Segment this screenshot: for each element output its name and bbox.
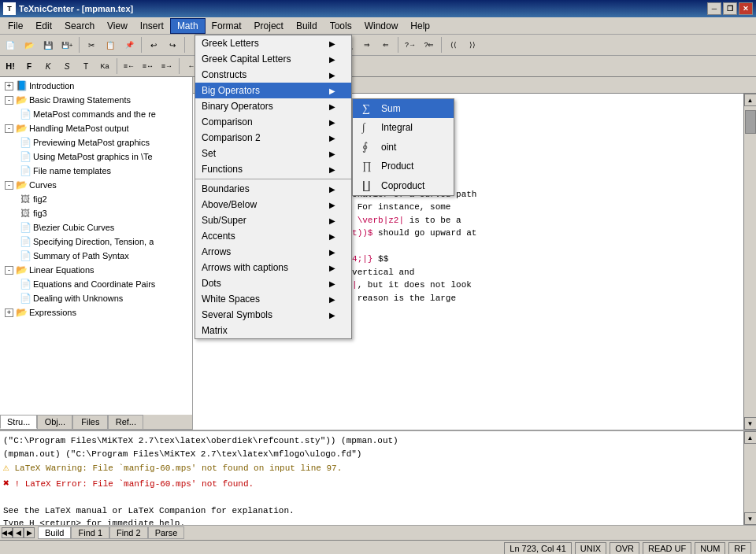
integral-symbol: ∫ xyxy=(362,121,375,134)
menu-greek-capital[interactable]: Greek Capital Letters ▶ xyxy=(195,51,351,67)
menu-big-operators[interactable]: Big Operators ▶ xyxy=(195,83,351,98)
menu-overlay[interactable]: Greek Letters ▶ Greek Capital Letters ▶ … xyxy=(0,0,756,554)
menu-dots[interactable]: Dots ▶ xyxy=(195,275,351,291)
arrow-icon-subsuper: ▶ xyxy=(329,216,335,225)
arrow-icon-whitespaces: ▶ xyxy=(329,295,335,304)
arrow-icon-comparison2: ▶ xyxy=(329,134,335,142)
menu-comparison[interactable]: Comparison ▶ xyxy=(195,114,351,130)
arrow-icon-arrows: ▶ xyxy=(329,248,335,257)
math-dropdown: Greek Letters ▶ Greek Capital Letters ▶ … xyxy=(195,35,352,339)
arrow-icon-arrows-cap: ▶ xyxy=(329,264,335,272)
menu-comparison2[interactable]: Comparison 2 ▶ xyxy=(195,130,351,146)
oint-symbol: ∮ xyxy=(362,140,375,153)
arrow-icon-comparison: ▶ xyxy=(329,118,335,127)
arrow-icon-abovebelow: ▶ xyxy=(329,201,335,209)
arrow-icon-several: ▶ xyxy=(329,311,335,319)
submenu-integral[interactable]: ∫ Integral xyxy=(353,118,454,137)
submenu-product[interactable]: ∏ Product xyxy=(353,157,454,175)
arrow-icon-functions: ▶ xyxy=(329,165,335,174)
menu-matrix[interactable]: Matrix xyxy=(195,323,351,338)
menu-whitespaces[interactable]: White Spaces ▶ xyxy=(195,291,351,307)
arrow-icon-capital: ▶ xyxy=(329,55,335,64)
menu-boundaries[interactable]: Boundaries ▶ xyxy=(195,181,351,197)
arrow-icon-dots: ▶ xyxy=(329,279,335,288)
big-operators-submenu: ∑ Sum ∫ Integral ∮ oint ∏ Product ∐ Copr… xyxy=(352,98,454,196)
menu-several-symbols[interactable]: Several Symbols ▶ xyxy=(195,307,351,323)
sum-symbol: ∑ xyxy=(362,102,375,115)
menu-constructs[interactable]: Constructs ▶ xyxy=(195,67,351,83)
menu-arrows[interactable]: Arrows ▶ xyxy=(195,244,351,260)
arrow-icon-binary: ▶ xyxy=(329,102,335,111)
product-symbol: ∏ xyxy=(362,160,375,172)
submenu-sum[interactable]: ∑ Sum xyxy=(353,99,454,118)
arrow-icon-set: ▶ xyxy=(329,150,335,158)
menu-arrows-captions[interactable]: Arrows with captions ▶ xyxy=(195,260,351,275)
submenu-coproduct[interactable]: ∐ Coproduct xyxy=(353,175,454,195)
menu-greek-letters[interactable]: Greek Letters ▶ xyxy=(195,35,351,51)
arrow-icon-boundaries: ▶ xyxy=(329,185,335,194)
submenu-oint[interactable]: ∮ oint xyxy=(353,137,454,157)
menu-accents[interactable]: Accents ▶ xyxy=(195,228,351,244)
menu-set[interactable]: Set ▶ xyxy=(195,146,351,161)
arrow-icon-constructs: ▶ xyxy=(329,71,335,79)
arrow-icon-bigop: ▶ xyxy=(329,87,335,95)
menu-binary-operators[interactable]: Binary Operators ▶ xyxy=(195,98,351,114)
menu-sep-1 xyxy=(195,179,351,179)
menu-subsuper[interactable]: Sub/Super ▶ xyxy=(195,212,351,228)
arrow-icon-accents: ▶ xyxy=(329,232,335,241)
menu-functions[interactable]: Functions ▶ xyxy=(195,161,351,177)
arrow-icon-greek: ▶ xyxy=(329,39,335,48)
coproduct-symbol: ∐ xyxy=(362,179,375,192)
menu-abovebelow[interactable]: Above/Below ▶ xyxy=(195,197,351,212)
